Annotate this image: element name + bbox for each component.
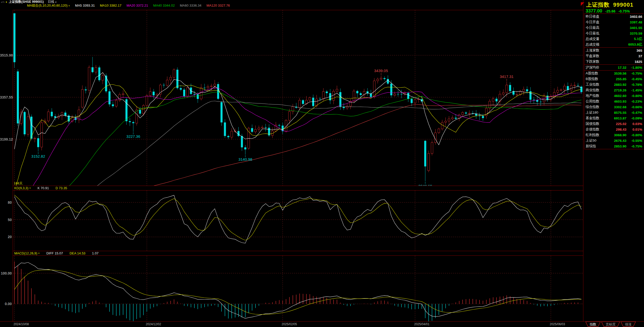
quote-row: 今日最高3401.55 [584,25,643,31]
trading-app: ⌐¬ ● 上证指数(SHSE 999001) 日线 ∨ MA组合(5,10,20… [0,0,644,327]
quote-row-pct: -0.55% [626,139,642,143]
price-change-pct: -0.75% [619,9,630,13]
quote-price-row: 3377.00 -25.66 -0.75% [586,8,630,14]
quote-row[interactable]: 上证1808575.55-0.47% [584,110,643,115]
macd-indicator-chart[interactable] [13,256,583,321]
main-y-tick: 3515.98 [0,53,12,57]
quote-row-pct: -0.47% [626,111,642,115]
quote-row-value: 3068.90 [608,133,626,137]
ma-value-ma40: MA40 3344.02 [153,4,175,7]
quote-row-label: 公用指数 [586,99,599,104]
main-y-tick: 3199.12 [0,137,12,141]
quote-row-label: 企债指数 [586,127,599,132]
quote-row[interactable]: 基金指数6913.87-0.09% [584,115,643,121]
quote-row-value: 255.85 [608,77,626,81]
kd-indicator-selector[interactable]: KD(9,3,3) ∨ [14,186,31,190]
quote-row-label: 今日开盘 [586,20,599,24]
quote-row: 下跌家数1825 [584,59,643,64]
price-change: -25.66 [605,9,615,13]
macd-bar-value: 1.07 [92,251,98,255]
kd-indicator-chart[interactable] [13,190,583,251]
quote-row-pct: -0.23% [626,100,642,103]
ma-value-ma60: MA60 3336.34 [180,4,202,7]
main-candlestick-chart[interactable] [13,10,583,186]
quote-row[interactable]: 工业指数2883.92-0.78% [584,82,643,87]
quote-row-label: 商业指数 [586,88,599,92]
quote-sections: 昨日收盘3402.66今日开盘3397.48今日最高3401.55今日最低337… [584,13,643,149]
quote-row-pct: -0.75% [626,72,642,75]
quote-row-label: 上证180 [586,110,598,115]
main-y-tick: 3357.55 [0,95,12,99]
quote-row[interactable]: 国债指数225.020.03% [584,121,643,127]
quote-row[interactable]: 综合指数3302.68-0.66% [584,104,643,110]
kd-title: KD(9,3,3) [14,186,29,190]
quote-row-value: 2853.90 [608,144,626,148]
quote-row-value: 3397.48 [630,20,642,24]
quote-row-value: 5.1亿 [634,37,642,41]
quote-row-pct: -0.45% [626,77,642,81]
quote-row-label: 下跌家数 [586,59,599,64]
ma-group-selector[interactable]: MA组合(5,10,20,40,60,120) ∨ [27,3,70,8]
quote-row-value: 3370.59 [630,32,642,35]
quote-row-label: A股指数 [586,71,598,76]
kd-y-tick: 20 [0,235,12,239]
quote-row-label: 总成交量 [586,37,599,41]
quote-row-value: 365 [636,49,642,52]
quote-row-pct: 0.03% [626,122,642,126]
quote-row-pct: -0.66% [626,105,642,109]
quote-row[interactable]: 新综指2853.90-0.75% [584,143,643,149]
quote-row-pct: -0.75% [626,144,642,148]
date-tick: 2024/10/08 [14,322,29,326]
quote-row: 平盘家数37 [584,53,643,59]
quote-row-value: 3302.68 [608,105,626,109]
quote-row[interactable]: 地产指数4602.60-0.80% [584,93,643,99]
quote-row[interactable]: 商业指数2719.26-1.45% [584,87,643,93]
quote-row-label: 上涨家数 [586,48,599,53]
tab-label[interactable]: 指数 [589,322,596,326]
quote-instrument-code: 999001 [613,2,633,8]
date-tick: 2024/12/02 [146,322,161,326]
quote-row-value: 8575.55 [608,111,626,115]
quote-row-label: 总成交额 [586,42,599,47]
macd-indicator-selector[interactable]: MACD(12,26,9) ∨ [14,251,40,255]
quote-row[interactable]: A股指数3539.56-0.75% [584,71,643,76]
bottom-axis-line [0,321,644,322]
quote-panel: 上证指数999001 3377.00 -25.66 -0.75% 昨日收盘340… [584,0,644,327]
quote-row: 沪深均价17.32-1.80% [584,65,643,70]
quote-row-label: 上证50 [586,138,596,143]
ma-bar: MA组合(5,10,20,40,60,120) ∨ MA5 3393.31MA1… [27,4,230,7]
chevron-down-icon: ∨ [68,4,70,7]
quote-row-pct: -1.80% [626,66,642,70]
quote-row[interactable]: 公用指数4603.93-0.23% [584,99,643,104]
quote-row-value: 2676.43 [608,139,626,143]
quote-row-label: 昨日收盘 [586,14,599,19]
chart-right-border [583,0,583,321]
quote-row[interactable]: 红利指数3068.90-0.80% [584,132,643,138]
app-icon[interactable]: ⌐¬ [1,0,4,4]
quote-row-label: 新综指 [586,144,596,148]
ma-value-ma5: MA5 3393.31 [75,4,95,7]
kd-y-tick: 80 [0,200,12,205]
quote-row[interactable]: 上证502676.43-0.55% [584,138,643,143]
quote-row-label: 今日最低 [586,31,599,36]
macd-y-tick: 0.00 [0,302,12,306]
tab-label[interactable]: 领涨 [625,322,632,326]
quote-row: 上涨家数365 [584,48,643,53]
quote-row-label: 综合指数 [586,105,599,109]
ma-value-ma10: MA10 3382.17 [100,4,122,7]
corner-flag-icon [581,2,584,6]
tab-label[interactable]: 贡献度 [606,322,616,326]
date-tick: 2025/04/01 [414,322,429,326]
macd-panel-header: MACD(12,26,9) ∨ DIFF 15.07 DEA 14.53 1.0… [14,251,98,255]
quote-row-pct: -0.78% [626,83,642,87]
last-price: 3377.00 [586,8,602,14]
quote-row-value: 37 [638,54,642,58]
quote-row-value: 225.02 [608,122,626,126]
quote-row[interactable]: B股指数255.85-0.45% [584,76,643,82]
ma-values: MA5 3393.31MA10 3382.17MA20 3372.21MA40 … [75,4,230,7]
quote-row-label: 基金指数 [586,116,599,120]
main-kd-divider [13,186,583,186]
quote-row[interactable]: 企债指数298.430.01% [584,127,643,132]
quote-row-value: 3539.56 [608,72,626,75]
kd-y-tick: 50 [0,218,12,222]
